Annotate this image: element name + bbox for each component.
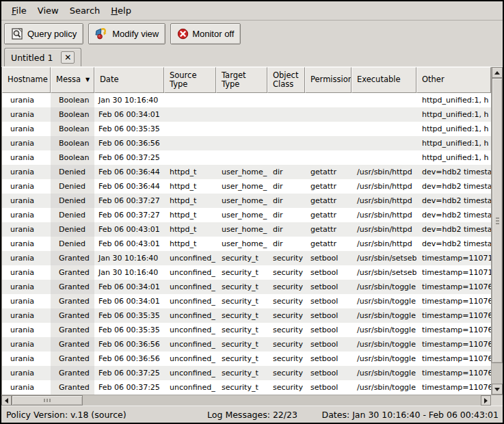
menu-file[interactable]: File (6, 3, 32, 18)
cell-date: Jan 30 10:16:40 (94, 265, 164, 280)
cell-executable: /usr/sbin/httpd (352, 237, 416, 251)
cell-permission: setbool (305, 251, 352, 265)
tab-close-button[interactable]: ✕ (61, 51, 75, 64)
cell-message: Boolean (51, 150, 94, 165)
table-row[interactable]: uraniaDeniedFeb 06 00:43:01httpd_tuser_h… (2, 237, 491, 251)
table-row[interactable]: uraniaBooleanJan 30 10:16:40httpd_unifie… (2, 93, 491, 107)
table-row[interactable]: uraniaGrantedFeb 06 00:34:01unconfined_s… (2, 294, 491, 308)
cell-date: Feb 06 00:37:25 (94, 150, 164, 165)
column-header-permission[interactable]: Permission (305, 67, 352, 93)
table-row[interactable]: uraniaDeniedFeb 06 00:36:44httpd_tuser_h… (2, 179, 491, 194)
table-row[interactable]: uraniaGrantedFeb 06 00:34:01unconfined_s… (2, 280, 491, 294)
menu-search[interactable]: Search (64, 3, 106, 18)
table-row[interactable]: uraniaGrantedJan 30 10:16:40unconfined_s… (2, 265, 491, 280)
column-header-label: Executable (357, 75, 401, 84)
query-policy-label: Query policy (27, 29, 77, 39)
column-header-objclass[interactable]: Object Class (267, 67, 305, 93)
cell-message: Denied (51, 179, 94, 194)
cell-objclass: security (267, 366, 305, 380)
column-header-label: Object Class (273, 71, 298, 89)
cell-message: Granted (51, 366, 94, 380)
cell-hostname: urania (2, 352, 51, 366)
monitor-off-label: Monitor off (192, 29, 234, 39)
table-row[interactable]: uraniaGrantedFeb 06 00:35:35unconfined_s… (2, 308, 491, 323)
table-row[interactable]: uraniaDeniedFeb 06 00:36:44httpd_tuser_h… (2, 165, 491, 179)
cell-hostname: urania (2, 208, 51, 222)
modify-view-label: Modify view (112, 29, 159, 39)
cell-permission (305, 150, 352, 165)
table-row[interactable]: uraniaBooleanFeb 06 00:34:01httpd_unifie… (2, 107, 491, 122)
column-header-other[interactable]: Other (416, 67, 491, 93)
vertical-scrollbar-trough[interactable] (492, 363, 503, 384)
cell-executable: /usr/sbin/toggle (352, 280, 416, 294)
query-policy-button[interactable]: Query policy (4, 23, 83, 44)
arrow-down-icon (494, 388, 500, 391)
scroll-right-button[interactable] (481, 395, 491, 406)
cell-source (164, 150, 216, 165)
cell-executable: /usr/sbin/httpd (352, 208, 416, 222)
cell-objclass (267, 107, 305, 122)
scroll-left-button[interactable] (1, 395, 12, 406)
monitor-off-button[interactable]: Monitor off (170, 23, 241, 44)
cell-objclass (267, 122, 305, 136)
cell-other: dev=hdb2 timesta (416, 222, 491, 237)
cell-target: user_home_ (216, 179, 267, 194)
table-row[interactable]: uraniaGrantedFeb 06 00:36:56unconfined_s… (2, 337, 491, 352)
cell-date: Feb 06 00:35:35 (94, 323, 164, 337)
cell-permission: setbool (305, 308, 352, 323)
sort-descending-icon: ▼ (85, 77, 90, 83)
cell-other: timestamp=11076 (416, 352, 491, 366)
cell-hostname: urania (2, 251, 51, 265)
cell-date: Feb 06 00:36:56 (94, 337, 164, 352)
table-row[interactable]: uraniaGrantedFeb 06 00:36:56unconfined_s… (2, 352, 491, 366)
cell-message: Denied (51, 237, 94, 251)
cell-other: dev=hdb2 timesta (416, 165, 491, 179)
horizontal-scrollbar-thumb[interactable] (12, 395, 83, 406)
cell-objclass: dir (267, 165, 305, 179)
cell-permission: getattr (305, 208, 352, 222)
column-header-message[interactable]: Messa▼ (51, 67, 94, 93)
cell-hostname: urania (2, 194, 51, 208)
cell-permission: setbool (305, 280, 352, 294)
cell-date: Feb 06 00:34:01 (94, 107, 164, 122)
scroll-up-button[interactable] (492, 67, 503, 78)
tab-untitled-1[interactable]: Untitled 1 ✕ (4, 48, 81, 66)
vertical-scrollbar[interactable] (491, 67, 503, 395)
cell-permission: setbool (305, 323, 352, 337)
menu-view[interactable]: View (32, 3, 64, 18)
cell-date: Feb 06 00:43:01 (94, 237, 164, 251)
table-row[interactable]: uraniaDeniedFeb 06 00:43:01httpd_tuser_h… (2, 222, 491, 237)
cell-other: timestamp=11071 (416, 251, 491, 265)
column-header-source[interactable]: Source Type (164, 67, 216, 93)
column-header-target[interactable]: Target Type (216, 67, 267, 93)
table-row[interactable]: uraniaBooleanFeb 06 00:36:56httpd_unifie… (2, 136, 491, 150)
cell-executable: /usr/sbin/toggle (352, 380, 416, 395)
table-row[interactable]: uraniaGrantedJan 30 10:16:40unconfined_s… (2, 251, 491, 265)
cell-other: timestamp=11076 (416, 308, 491, 323)
cell-source: httpd_t (164, 208, 216, 222)
cell-other: httpd_unified:1, h (416, 150, 491, 165)
column-header-executable[interactable]: Executable (352, 67, 416, 93)
column-header-date[interactable]: Date (94, 67, 164, 93)
scroll-down-button[interactable] (492, 384, 503, 395)
table-row[interactable]: uraniaDeniedFeb 06 00:37:27httpd_tuser_h… (2, 194, 491, 208)
table-row[interactable]: uraniaGrantedFeb 06 00:37:25unconfined_s… (2, 366, 491, 380)
table-row[interactable]: uraniaGrantedFeb 06 00:35:35unconfined_s… (2, 323, 491, 337)
horizontal-scrollbar-trough[interactable] (83, 395, 481, 406)
cell-other: timestamp=11076 (416, 280, 491, 294)
table-row[interactable]: uraniaBooleanFeb 06 00:37:25httpd_unifie… (2, 150, 491, 165)
cell-objclass: security (267, 337, 305, 352)
modify-view-button[interactable]: Modify view (88, 23, 165, 44)
cell-message: Granted (51, 337, 94, 352)
arrow-right-icon (484, 398, 488, 403)
horizontal-scrollbar[interactable] (1, 395, 491, 406)
cell-executable: /usr/sbin/setseb (352, 265, 416, 280)
vertical-scrollbar-thumb[interactable] (492, 78, 503, 363)
table-row[interactable]: uraniaDeniedFeb 06 00:37:27httpd_tuser_h… (2, 208, 491, 222)
cell-other: dev=hdb2 timesta (416, 179, 491, 194)
table-row[interactable]: uraniaGrantedFeb 06 00:37:25unconfined_s… (2, 380, 491, 395)
menu-help[interactable]: Help (105, 3, 137, 18)
column-header-hostname[interactable]: Hostname (2, 67, 51, 93)
table-row[interactable]: uraniaBooleanFeb 06 00:35:35httpd_unifie… (2, 122, 491, 136)
cell-target: user_home_ (216, 222, 267, 237)
